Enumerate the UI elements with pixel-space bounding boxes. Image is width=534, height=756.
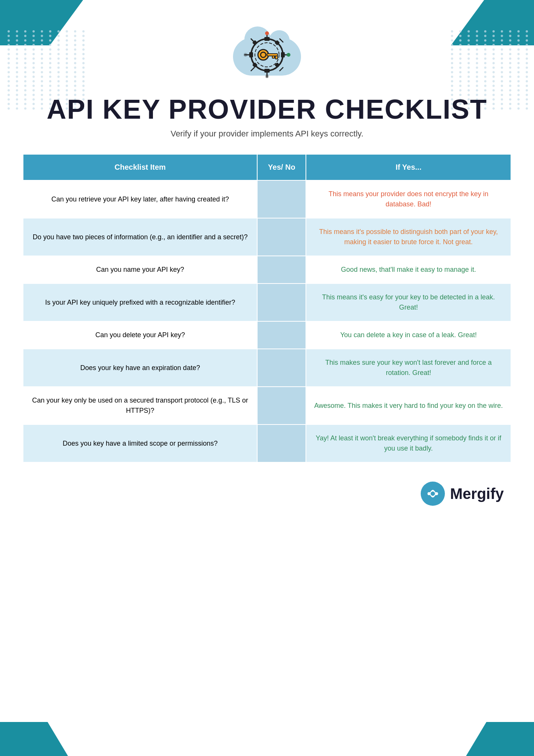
table-cell-yesno: [257, 256, 306, 284]
svg-line-7: [279, 67, 283, 71]
page-subtitle: Verify if your provider implements API k…: [171, 129, 364, 139]
table-cell-yesno: [257, 321, 306, 349]
table-header-row: Checklist Item Yes/ No If Yes...: [23, 154, 511, 180]
svg-line-5: [279, 39, 283, 42]
svg-point-28: [428, 492, 431, 495]
svg-point-29: [435, 492, 438, 495]
svg-rect-14: [264, 37, 270, 41]
header: API KEY PROVIDER CHECKLIST Verify if you…: [0, 0, 534, 154]
table-cell-yesno: [257, 284, 306, 321]
table-cell-ifyes: Good news, that'll make it easy to manag…: [306, 256, 511, 284]
brand-name: Mergify: [450, 485, 504, 502]
table-cell-yesno: [257, 218, 306, 256]
table-cell-yesno: [257, 424, 306, 462]
svg-point-27: [430, 491, 435, 496]
hero-icon: [225, 23, 309, 91]
page-title: API KEY PROVIDER CHECKLIST: [24, 94, 510, 124]
col-header-item: Checklist Item: [23, 154, 257, 180]
table-cell-ifyes: This means your provider does not encryp…: [306, 180, 511, 218]
col-header-yesno: Yes/ No: [257, 154, 306, 180]
table-cell-item: Do you have two pieces of information (e…: [23, 218, 257, 256]
table-cell-yesno: [257, 387, 306, 424]
svg-rect-25: [275, 56, 278, 59]
table-row: Can you name your API key?Good news, tha…: [23, 256, 511, 284]
footer: Mergify: [0, 478, 534, 517]
table-cell-item: Does you key have a limited scope or per…: [23, 424, 257, 462]
table-row: Do you have two pieces of information (e…: [23, 218, 511, 256]
table-cell-item: Does your key have an expiration date?: [23, 349, 257, 387]
table-cell-item: Can you delete your API key?: [23, 321, 257, 349]
svg-point-11: [287, 53, 290, 57]
col-header-ifyes: If Yes...: [306, 154, 511, 180]
svg-rect-15: [264, 69, 270, 73]
table-cell-ifyes: This means it's possible to distinguish …: [306, 218, 511, 256]
table-cell-ifyes: This means it's easy for your key to be …: [306, 284, 511, 321]
table-row: Can you retrieve your API key later, aft…: [23, 180, 511, 218]
table-cell-ifyes: Yay! At least it won't break everything …: [306, 424, 511, 462]
table-cell-item: Can you name your API key?: [23, 256, 257, 284]
table-cell-ifyes: Awesome. This makes it very hard to find…: [306, 387, 511, 424]
table-row: Does you key have a limited scope or per…: [23, 424, 511, 462]
table-cell-yesno: [257, 180, 306, 218]
brand-icon: [421, 482, 445, 506]
svg-rect-17: [281, 52, 285, 57]
table-cell-yesno: [257, 349, 306, 387]
checklist-table-container: Checklist Item Yes/ No If Yes... Can you…: [23, 154, 511, 463]
table-cell-item: Can you retrieve your API key later, aft…: [23, 180, 257, 218]
svg-line-6: [251, 67, 255, 71]
brand-logo: Mergify: [421, 482, 504, 506]
table-row: Can you delete your API key?You can dele…: [23, 321, 511, 349]
table-cell-ifyes: This makes sure your key won't last fore…: [306, 349, 511, 387]
table-cell-ifyes: You can delete a key in case of a leak. …: [306, 321, 511, 349]
svg-point-8: [265, 31, 269, 35]
gear-key-icon: [242, 30, 292, 79]
svg-rect-26: [272, 56, 275, 58]
table-row: Can your key only be used on a secured t…: [23, 387, 511, 424]
svg-point-10: [244, 53, 247, 57]
table-cell-item: Can your key only be used on a secured t…: [23, 387, 257, 424]
corner-decoration-bottom-left: [0, 722, 68, 756]
table-cell-item: Is your API key uniquely prefixed with a…: [23, 284, 257, 321]
svg-point-9: [265, 74, 269, 78]
svg-rect-16: [249, 52, 253, 57]
table-row: Is your API key uniquely prefixed with a…: [23, 284, 511, 321]
corner-decoration-bottom-right: [466, 722, 534, 756]
checklist-table: Checklist Item Yes/ No If Yes... Can you…: [23, 154, 511, 463]
table-row: Does your key have an expiration date?Th…: [23, 349, 511, 387]
